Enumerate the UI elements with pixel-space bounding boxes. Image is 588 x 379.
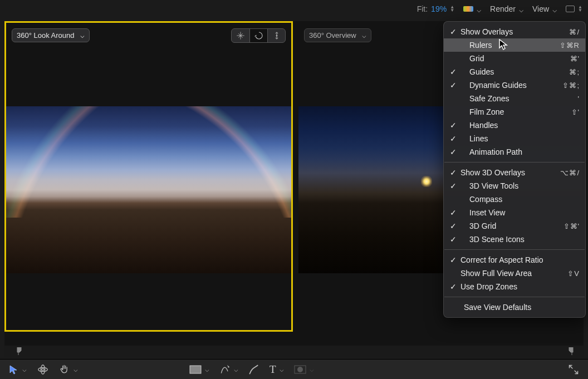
menu-separator — [444, 249, 585, 250]
menu-item-shortcut: ⇧' — [571, 108, 580, 116]
menu-item-shortcut: ⌥⌘/ — [560, 169, 580, 177]
menu-item-label: Dynamic Guides — [458, 81, 562, 90]
checkmark-icon: ✓ — [448, 168, 458, 177]
camera-control-segmented[interactable] — [231, 28, 286, 43]
chevron-down-icon: ⌵ — [234, 365, 238, 373]
menu-item-3d-view-tools[interactable]: ✓3D View Tools — [444, 179, 585, 193]
svg-point-4 — [42, 368, 44, 370]
menu-item-label: Safe Zones — [458, 94, 578, 103]
menu-item-3d-grid[interactable]: ✓3D Grid⇧⌘' — [444, 219, 585, 233]
timeline-ruler[interactable] — [4, 346, 584, 357]
viewport-layout-dropdown[interactable]: ▲▼ — [566, 6, 582, 12]
3d-transform-tool[interactable] — [37, 363, 49, 376]
menu-item-compass[interactable]: Compass — [444, 193, 585, 206]
menu-item-label: Lines — [458, 134, 580, 143]
menu-item-label: 3D View Tools — [458, 181, 580, 190]
right-viewer-mode-dropdown[interactable]: 360° Overview ⌵ — [304, 28, 371, 42]
play-range-start-icon[interactable] — [17, 347, 22, 355]
menu-item-dynamic-guides[interactable]: ✓Dynamic Guides⇧⌘; — [444, 78, 585, 92]
menu-item-grid[interactable]: Grid⌘' — [444, 52, 585, 65]
checkmark-icon: ✓ — [448, 81, 458, 90]
svg-point-0 — [240, 35, 241, 36]
fit-dropdown[interactable]: Fit: 19% ▲▼ — [417, 4, 454, 13]
pan-tool[interactable]: ⌵ — [59, 364, 78, 375]
checkmark-icon: ✓ — [448, 147, 458, 156]
menu-item-shortcut: ⌘' — [570, 55, 580, 63]
left-viewer-mode-label: 360° Look Around — [17, 31, 75, 40]
chevron-down-icon: ⌵ — [362, 31, 366, 40]
menu-item-show-3d-overlays[interactable]: ✓Show 3D Overlays⌥⌘/ — [444, 166, 585, 179]
menu-item-use-drop-zones[interactable]: ✓Use Drop Zones — [444, 280, 585, 293]
chevron-down-icon: ⌵ — [205, 365, 209, 373]
checkmark-icon: ✓ — [448, 255, 458, 264]
menu-item-label: 3D Scene Icons — [458, 235, 580, 244]
menu-item-handles[interactable]: ✓Handles — [444, 119, 585, 132]
svg-rect-5 — [190, 366, 201, 373]
menu-item-show-full-view-area[interactable]: Show Full View Area⇧V — [444, 267, 585, 280]
pan-tool[interactable] — [232, 29, 249, 42]
menu-item-label: Use Drop Zones — [458, 282, 580, 291]
play-range-end-icon[interactable] — [568, 347, 574, 355]
checkmark-icon: ✓ — [448, 67, 458, 76]
left-viewer-image — [6, 106, 291, 273]
select-tool[interactable]: ⌵ — [9, 365, 27, 375]
menu-item-lines[interactable]: ✓Lines — [444, 132, 585, 145]
chevron-down-icon: ⌵ — [80, 31, 85, 40]
left-viewer[interactable]: 360° Look Around ⌵ — [4, 21, 293, 332]
chevron-down-icon: ⌵ — [74, 365, 78, 373]
expand-canvas-button[interactable] — [568, 364, 579, 375]
checkmark-icon: ✓ — [448, 235, 458, 244]
menu-item-safe-zones[interactable]: Safe Zones' — [444, 92, 585, 105]
menu-item-show-overlays[interactable]: ✓Show Overlays⌘/ — [444, 25, 585, 38]
text-tool[interactable]: T ⌵ — [270, 363, 284, 376]
menu-item-label: Compass — [458, 195, 580, 204]
chevron-up-down-icon: ▲▼ — [450, 6, 454, 12]
dolly-tool[interactable] — [267, 29, 285, 42]
menu-item-3d-scene-icons[interactable]: ✓3D Scene Icons — [444, 233, 585, 246]
menu-item-save-view-defaults[interactable]: Save View Defaults — [444, 301, 585, 314]
svg-point-7 — [297, 367, 303, 372]
rectangle-tool[interactable]: ⌵ — [189, 365, 209, 374]
chevron-down-icon: ⌵ — [22, 365, 27, 373]
menu-item-shortcut: ⇧⌘; — [562, 81, 580, 90]
checkmark-icon: ✓ — [448, 222, 458, 230]
menu-item-correct-for-aspect-ratio[interactable]: ✓Correct for Aspect Ratio — [444, 253, 585, 267]
menu-item-rulers[interactable]: Rulers⇧⌘R — [444, 38, 585, 52]
menu-item-film-zone[interactable]: Film Zone⇧' — [444, 105, 585, 119]
right-viewer-mode-label: 360° Overview — [309, 31, 356, 40]
view-menu[interactable]: ✓Show Overlays⌘/Rulers⇧⌘RGrid⌘'✓Guides⌘;… — [443, 21, 586, 318]
chevron-down-icon: ⌵ — [477, 5, 481, 14]
color-swatch-icon — [463, 6, 473, 12]
chevron-down-icon: ⌵ — [552, 5, 557, 14]
render-dropdown[interactable]: Render ⌵ — [490, 4, 523, 13]
menu-item-label: Grid — [458, 54, 570, 63]
menu-item-guides[interactable]: ✓Guides⌘; — [444, 65, 585, 78]
view-label: View — [532, 4, 549, 13]
bottom-toolbar: ⌵ ⌵ ⌵ ⌵ T ⌵ ⌵ — [0, 359, 588, 379]
checkmark-icon: ✓ — [448, 121, 458, 130]
svg-point-1 — [276, 35, 277, 36]
menu-item-label: Save View Defaults — [458, 303, 580, 312]
menu-item-shortcut: ⌘; — [569, 68, 580, 76]
menu-item-label: 3D Grid — [458, 222, 564, 230]
chevron-down-icon: ⌵ — [280, 365, 284, 374]
color-channels-dropdown[interactable]: ⌵ — [463, 4, 481, 13]
menu-item-inset-view[interactable]: ✓Inset View — [444, 206, 585, 219]
checkmark-icon: ✓ — [448, 134, 458, 143]
mask-tool[interactable]: ⌵ — [294, 365, 314, 374]
menu-item-label: Show Overlays — [458, 27, 569, 36]
menu-item-label: Show 3D Overlays — [458, 168, 560, 177]
menu-item-shortcut: ⇧⌘' — [564, 222, 580, 230]
bezier-tool[interactable]: ⌵ — [219, 364, 238, 375]
fit-value: 19% — [431, 4, 447, 13]
menu-separator — [444, 297, 585, 297]
orbit-tool[interactable] — [249, 29, 267, 42]
menu-item-animation-path[interactable]: ✓Animation Path — [444, 145, 585, 159]
left-viewer-mode-dropdown[interactable]: 360° Look Around ⌵ — [12, 28, 90, 42]
chevron-down-icon: ⌵ — [310, 365, 314, 373]
paint-stroke-tool[interactable] — [248, 364, 259, 375]
menu-item-shortcut: ⇧⌘R — [560, 41, 580, 50]
view-dropdown[interactable]: View ⌵ — [532, 4, 557, 13]
menu-item-label: Show Full View Area — [458, 269, 567, 278]
menu-item-label: Correct for Aspect Ratio — [458, 255, 580, 264]
